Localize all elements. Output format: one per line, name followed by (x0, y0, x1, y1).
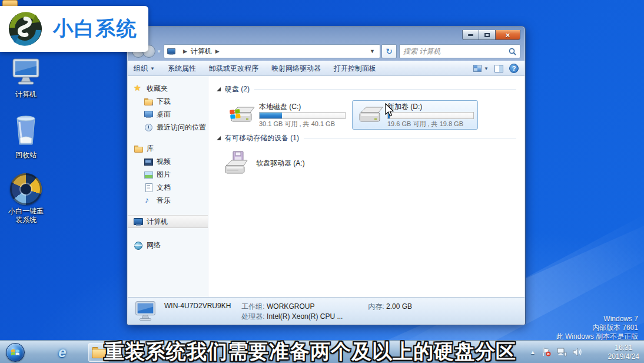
close-button[interactable]: × (495, 30, 520, 40)
brand-name: 小白系统 (53, 15, 138, 42)
windows-flag-icon (11, 348, 20, 357)
floppy-drive-icon (224, 150, 251, 176)
address-dropdown-icon[interactable]: ▼ (367, 48, 377, 54)
desktop-icon-label: 计算机 (4, 90, 48, 99)
app-window-icon (153, 346, 165, 359)
breadcrumb-arrow-icon: ▶ (183, 48, 187, 54)
views-icon (473, 65, 482, 72)
brand-watermark-card: 小白系统 (0, 6, 148, 52)
taskbar-app-button[interactable] (148, 343, 170, 362)
sidebar-item-favorites[interactable]: 收藏夹 (128, 82, 208, 95)
minimize-button[interactable] (462, 30, 479, 40)
sidebar-item-videos[interactable]: 视频 (128, 155, 208, 168)
brand-logo-icon (7, 11, 44, 47)
clock-date: 2019/4/24 (608, 352, 639, 361)
collapse-triangle-icon (217, 136, 221, 140)
watermark-line: 此 Windows 副本不是正版 (556, 332, 638, 341)
organize-menu[interactable]: 组织▼ (134, 64, 155, 74)
taskbar: e ▲ 16:31 2019/4/24 (0, 341, 644, 363)
search-placeholder: 搜索 计算机 (403, 47, 440, 57)
search-icon[interactable] (509, 48, 516, 55)
clock-time: 16:31 (608, 344, 639, 352)
open-control-panel-button[interactable]: 打开控制面板 (334, 64, 376, 74)
navigation-pane: 收藏夹 ↓ 下载 桌面 最近访问的位置 库 视频 (128, 76, 208, 297)
recent-places-icon (144, 123, 153, 132)
taskbar-explorer-button[interactable] (88, 343, 109, 362)
sidebar-item-pictures[interactable]: 图片 (128, 168, 208, 181)
floppy-drive-tile[interactable]: 软盘驱动器 (A:) (224, 150, 516, 176)
system-properties-button[interactable]: 系统属性 (168, 64, 196, 74)
drive-capacity-text: 30.1 GB 可用 , 共 40.1 GB (259, 120, 346, 128)
desktop-icon-recycle-bin[interactable]: 回收站 (4, 114, 48, 160)
group-header-removable-devices[interactable]: 有可移动存储的设备 (1) (217, 133, 516, 143)
sidebar-item-downloads[interactable]: ↓ 下载 (128, 95, 208, 108)
watermark-line: Windows 7 (556, 315, 638, 324)
folder-icon (92, 347, 106, 358)
search-input[interactable]: 搜索 计算机 (399, 44, 520, 58)
caption-buttons: × (462, 30, 520, 40)
sidebar-item-documents[interactable]: 文档 (128, 181, 208, 194)
speaker-icon[interactable] (573, 348, 583, 357)
drive-c-tile[interactable]: 本地磁盘 (C:) 30.1 GB 可用 , 共 40.1 GB (224, 100, 350, 130)
action-center-flag-icon[interactable] (542, 347, 551, 357)
desktop-icon (144, 110, 153, 119)
file-list-area: 硬盘 (2) (208, 76, 525, 297)
refresh-button[interactable]: ↻ (381, 44, 397, 58)
breadcrumb-computer[interactable]: 计算机 (191, 47, 212, 57)
drive-name: 本地磁盘 (C:) (259, 103, 346, 111)
maximize-button[interactable] (479, 30, 495, 40)
sidebar-item-computer[interactable]: 计算机 (128, 215, 208, 228)
star-icon (134, 84, 143, 93)
sidebar-item-recent-places[interactable]: 最近访问的位置 (128, 121, 208, 134)
drive-d-tile[interactable]: 新加卷 (D:) 19.6 GB 可用 , 共 19.8 GB (352, 100, 478, 130)
mouse-cursor (385, 103, 395, 117)
windows-watermark: Windows 7 内部版本 7601 此 Windows 副本不是正版 (556, 315, 638, 341)
group-header-hard-disks[interactable]: 硬盘 (2) (217, 84, 516, 94)
desktop-icon-computer[interactable]: 计算机 (4, 58, 48, 99)
computer-icon (134, 301, 157, 322)
taskbar-ie-button[interactable]: e (52, 343, 73, 362)
desktop-icon-xiaobai-reinstall[interactable]: 小白一键重 装系统 (4, 173, 48, 225)
taskbar-clock[interactable]: 16:31 2019/4/24 (608, 344, 639, 361)
show-hidden-icons-button[interactable]: ▲ (530, 349, 536, 355)
download-folder-icon: ↓ (144, 97, 153, 106)
start-button[interactable] (6, 343, 25, 362)
watermark-line: 内部版本 7601 (556, 324, 638, 332)
xiaobai-app-icon (10, 173, 42, 205)
breadcrumb-arrow-icon[interactable]: ▶ (215, 48, 220, 54)
desktop-icon-label: 小白一键重 装系统 (4, 207, 48, 225)
memory-field: 内存: 2.00 GB (368, 302, 412, 312)
explorer-window: × ▼ ▶ 计算机 ▶ ▼ ↻ 搜索 计算机 组织▼ 系统属性 卸载或更改程序 … (127, 26, 526, 325)
preview-pane-button[interactable] (494, 65, 503, 72)
drive-name: 新加卷 (D:) (387, 103, 474, 111)
sidebar-item-desktop[interactable]: 桌面 (128, 108, 208, 121)
change-view-button[interactable]: ▼ (473, 65, 489, 72)
address-bar[interactable]: ▶ 计算机 ▶ ▼ (164, 44, 380, 58)
chevron-down-icon: ▼ (484, 66, 489, 71)
computer-name: WIN-4U7D2VRU9KH (164, 302, 231, 310)
processor-field: 处理器: Intel(R) Xeon(R) CPU ... (241, 312, 368, 322)
details-pane: WIN-4U7D2VRU9KH 工作组: WORKGROUP 内存: 2.00 … (128, 297, 525, 324)
map-network-drive-button[interactable]: 映射网络驱动器 (271, 64, 321, 74)
music-icon (144, 196, 153, 205)
system-tray: ▲ (530, 347, 583, 357)
internet-explorer-icon: e (58, 344, 66, 361)
documents-icon (144, 183, 153, 192)
computer-icon (167, 47, 175, 55)
computer-icon (134, 217, 143, 226)
sidebar-item-libraries[interactable]: 库 (128, 142, 208, 155)
history-dropdown-icon[interactable]: ▼ (157, 49, 161, 54)
hard-drive-icon (228, 103, 255, 127)
hard-drive-icon (356, 103, 383, 127)
sidebar-item-network[interactable]: 网络 (128, 239, 208, 252)
workgroup-field: 工作组: WORKGROUP (241, 302, 368, 312)
help-button[interactable]: ? (509, 64, 519, 73)
network-icon[interactable] (557, 348, 567, 357)
network-icon (134, 240, 143, 250)
uninstall-program-button[interactable]: 卸载或更改程序 (209, 64, 258, 74)
desktop: { "brand": { "name": "小白系统" }, "subtitle… (0, 0, 644, 363)
sidebar-item-music[interactable]: 音乐 (128, 194, 208, 207)
navigation-bar: ▼ ▶ 计算机 ▶ ▼ ↻ 搜索 计算机 (127, 42, 525, 61)
libraries-icon (134, 144, 143, 153)
videos-icon (144, 157, 153, 166)
